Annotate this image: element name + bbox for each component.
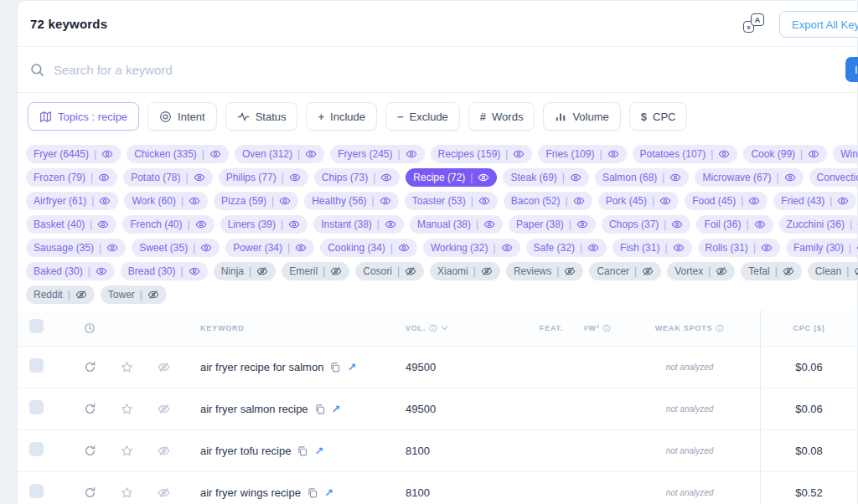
- topic-tag[interactable]: Foil (36) |: [696, 215, 773, 234]
- eye-icon[interactable]: [101, 149, 113, 159]
- topic-tag[interactable]: Power (34) |: [225, 239, 314, 257]
- hide-keyword-icon[interactable]: [145, 487, 182, 498]
- eye-off-icon[interactable]: [783, 266, 794, 276]
- row-checkbox[interactable]: [29, 358, 44, 373]
- topic-tag[interactable]: Fried (43) |: [773, 192, 856, 210]
- topic-tag[interactable]: Fryer (6445) |: [26, 145, 121, 163]
- column-words[interactable]: #W³: [576, 324, 619, 332]
- eye-icon[interactable]: [501, 243, 513, 253]
- topic-tag[interactable]: Potato (78) |: [123, 168, 213, 187]
- topic-tag[interactable]: Safe (32) |: [526, 239, 607, 257]
- eye-icon[interactable]: [576, 219, 588, 229]
- copy-icon[interactable]: [329, 362, 341, 373]
- hide-keyword-icon[interactable]: [145, 362, 182, 373]
- eye-icon[interactable]: [478, 172, 489, 183]
- filter-volume[interactable]: Volume: [543, 102, 620, 131]
- topic-tag[interactable]: Toaster (53) |: [405, 192, 498, 210]
- topic-tag[interactable]: Potatoes (107) |: [633, 145, 738, 163]
- eye-icon[interactable]: [305, 149, 317, 159]
- open-serp-icon[interactable]: ↗: [324, 486, 333, 499]
- refresh-icon[interactable]: [71, 403, 108, 415]
- eye-icon[interactable]: [607, 149, 619, 159]
- topic-tag[interactable]: Cosori |: [355, 262, 424, 280]
- topic-tag[interactable]: Zucchini (36) |: [779, 215, 858, 234]
- refresh-icon[interactable]: [71, 445, 108, 457]
- filter-cpc[interactable]: $ CPC: [629, 102, 688, 131]
- topic-tag[interactable]: Liners (39) |: [220, 215, 308, 234]
- eye-icon[interactable]: [289, 172, 301, 183]
- topic-tag[interactable]: Reviews |: [506, 262, 583, 280]
- eye-icon[interactable]: [748, 196, 760, 206]
- topic-tag[interactable]: Manual (38) |: [410, 215, 503, 234]
- eye-off-icon[interactable]: [564, 266, 576, 276]
- topic-tag[interactable]: Xiaomi |: [430, 262, 500, 280]
- topic-tag[interactable]: Bread (30) |: [121, 262, 208, 280]
- copy-icon[interactable]: [307, 487, 318, 499]
- eye-icon[interactable]: [784, 172, 796, 183]
- topic-tag[interactable]: Ninja |: [214, 262, 276, 280]
- eye-icon[interactable]: [808, 149, 819, 159]
- eye-off-icon[interactable]: [147, 290, 159, 300]
- eye-icon[interactable]: [200, 243, 212, 253]
- topic-tag[interactable]: French (40) |: [122, 215, 214, 234]
- column-weak-spots[interactable]: WEAK SPOTS: [619, 324, 760, 332]
- topic-tag[interactable]: Reddit |: [26, 285, 95, 304]
- topic-tag[interactable]: Basket (40) |: [26, 215, 116, 234]
- export-all-button[interactable]: Export All Keywords: [779, 11, 858, 38]
- topic-tag[interactable]: Philips (77) |: [219, 168, 308, 187]
- filter-topics[interactable]: Topics : recipe: [28, 102, 139, 131]
- topic-tag[interactable]: Wings (80) |: [833, 145, 858, 163]
- topic-tag[interactable]: Fish (31) |: [612, 239, 691, 257]
- topic-tag[interactable]: Cancer |: [589, 262, 661, 280]
- eye-off-icon[interactable]: [256, 266, 268, 276]
- eye-icon[interactable]: [570, 172, 581, 183]
- eye-icon[interactable]: [483, 219, 495, 229]
- topic-tag[interactable]: Pork (45) |: [598, 192, 679, 210]
- star-icon[interactable]: [108, 403, 145, 415]
- eye-icon[interactable]: [295, 243, 307, 253]
- eye-icon[interactable]: [671, 219, 683, 229]
- eye-off-icon[interactable]: [481, 266, 493, 276]
- hide-keyword-icon[interactable]: [145, 404, 182, 414]
- eye-icon[interactable]: [478, 196, 490, 206]
- topic-tag[interactable]: Recipe (72) |: [406, 168, 497, 187]
- topic-tag[interactable]: Recipes (159) |: [431, 145, 533, 163]
- eye-off-icon[interactable]: [716, 266, 727, 276]
- eye-icon[interactable]: [380, 196, 391, 206]
- topic-tag[interactable]: Cook (99) |: [743, 145, 827, 163]
- eye-icon[interactable]: [406, 149, 417, 159]
- eye-icon[interactable]: [189, 266, 200, 276]
- topic-tag[interactable]: Microwave (67) |: [695, 168, 803, 187]
- topic-tag[interactable]: Salmon (68) |: [595, 168, 690, 187]
- topic-tag[interactable]: Tefal |: [741, 262, 801, 280]
- eye-icon[interactable]: [380, 172, 392, 183]
- hide-keyword-icon[interactable]: [145, 445, 182, 456]
- eye-icon[interactable]: [398, 243, 410, 253]
- eye-icon[interactable]: [761, 243, 773, 253]
- eye-icon[interactable]: [659, 196, 671, 206]
- topic-tag[interactable]: Chicken (335) |: [127, 145, 229, 163]
- select-all-checkbox[interactable]: [29, 319, 44, 333]
- topic-tag[interactable]: Pizza (59) |: [214, 192, 298, 210]
- filter-words[interactable]: # Words: [468, 102, 535, 131]
- row-checkbox[interactable]: [29, 442, 44, 456]
- eye-icon[interactable]: [754, 219, 766, 229]
- topic-tag[interactable]: Emeril |: [282, 262, 349, 280]
- topic-tag[interactable]: Convection (62) |: [809, 168, 858, 187]
- eye-icon[interactable]: [99, 196, 111, 206]
- filter-exclude[interactable]: − Exclude: [385, 102, 460, 131]
- column-featured[interactable]: FEAT.: [527, 324, 576, 332]
- eye-off-icon[interactable]: [75, 290, 87, 300]
- topic-tag[interactable]: Cooking (34) |: [320, 239, 417, 257]
- topic-tag[interactable]: Family (30) |: [786, 239, 858, 257]
- topic-tag[interactable]: Working (32) |: [423, 239, 520, 257]
- filter-include[interactable]: + Include: [306, 102, 377, 131]
- refresh-icon[interactable]: [71, 486, 108, 499]
- column-cpc[interactable]: CPC ($): [760, 310, 857, 346]
- topic-tag[interactable]: Healthy (56) |: [304, 192, 399, 210]
- topic-tag[interactable]: Clean |: [808, 262, 858, 280]
- copy-icon[interactable]: [297, 445, 308, 457]
- topic-tag[interactable]: Work (60) |: [124, 192, 208, 210]
- topic-tag[interactable]: Sausage (35) |: [26, 239, 126, 257]
- topic-tag[interactable]: Tower |: [101, 285, 167, 304]
